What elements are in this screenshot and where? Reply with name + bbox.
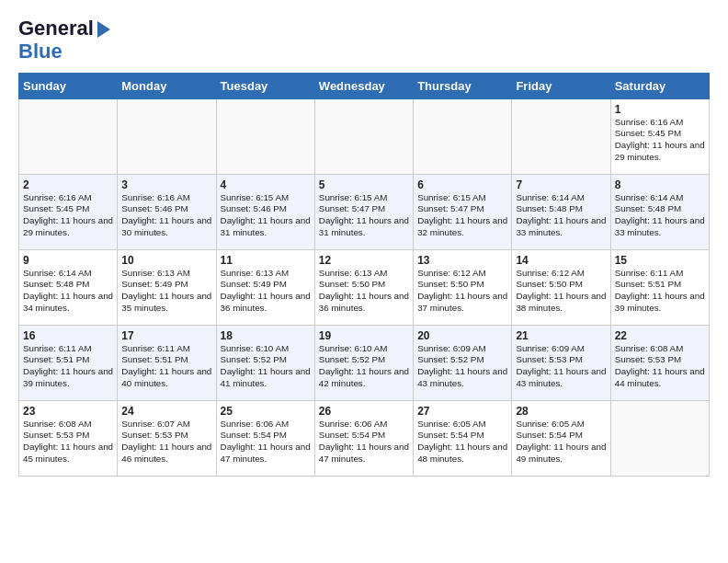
day-number: 10 [121,254,211,267]
cell-text: Sunset: 5:45 PM [23,203,113,215]
cell-text: Sunset: 5:53 PM [516,354,606,366]
cell-text: Sunrise: 6:13 AM [221,268,311,280]
cell-text: Daylight: 11 hours and 35 minutes. [121,291,211,314]
cell-text: Daylight: 11 hours and 47 minutes. [319,442,409,465]
day-number: 1 [615,103,705,116]
cell-text: Sunset: 5:49 PM [121,279,211,291]
calendar-cell: 7Sunrise: 6:14 AMSunset: 5:48 PMDaylight… [512,174,610,249]
day-header-wednesday: Wednesday [314,73,413,98]
cell-text: Sunset: 5:51 PM [121,354,211,366]
cell-text: Sunrise: 6:05 AM [417,419,507,431]
cell-text: Daylight: 11 hours and 45 minutes. [23,442,113,465]
day-number: 9 [23,254,113,267]
cell-text: Daylight: 11 hours and 31 minutes. [319,215,409,238]
calendar-cell [314,98,413,174]
cell-text: Sunset: 5:52 PM [319,354,409,366]
week-row: 1Sunrise: 6:16 AMSunset: 5:45 PMDaylight… [19,98,710,174]
day-number: 20 [417,329,507,342]
day-number: 5 [319,178,409,191]
calendar-cell: 12Sunrise: 6:13 AMSunset: 5:50 PMDayligh… [314,249,413,325]
cell-text: Daylight: 11 hours and 39 minutes. [23,366,113,389]
day-number: 26 [319,405,409,418]
cell-text: Daylight: 11 hours and 39 minutes. [615,291,705,314]
cell-text: Sunrise: 6:05 AM [516,419,606,431]
cell-text: Daylight: 11 hours and 32 minutes. [417,215,507,238]
cell-text: Sunrise: 6:10 AM [319,343,409,355]
cell-text: Sunset: 5:51 PM [615,279,705,291]
day-number: 2 [23,178,113,191]
cell-text: Daylight: 11 hours and 30 minutes. [121,215,211,238]
cell-text: Sunset: 5:45 PM [615,128,705,140]
cell-text: Daylight: 11 hours and 38 minutes. [516,291,606,314]
cell-text: Sunset: 5:50 PM [516,279,606,291]
cell-text: Sunrise: 6:11 AM [615,268,705,280]
calendar-cell: 2Sunrise: 6:16 AMSunset: 5:45 PMDaylight… [19,174,118,249]
calendar-cell: 15Sunrise: 6:11 AMSunset: 5:51 PMDayligh… [610,249,709,325]
calendar-cell: 4Sunrise: 6:15 AMSunset: 5:46 PMDaylight… [216,174,314,249]
calendar-cell: 11Sunrise: 6:13 AMSunset: 5:49 PMDayligh… [216,249,314,325]
day-number: 14 [516,254,606,267]
day-number: 21 [516,329,606,342]
cell-text: Sunset: 5:47 PM [319,203,409,215]
cell-text: Sunset: 5:53 PM [615,354,705,366]
cell-text: Daylight: 11 hours and 37 minutes. [417,291,507,314]
cell-text: Daylight: 11 hours and 46 minutes. [121,442,211,465]
calendar-cell: 10Sunrise: 6:13 AMSunset: 5:49 PMDayligh… [118,249,216,325]
cell-text: Daylight: 11 hours and 47 minutes. [221,442,311,465]
calendar-cell: 3Sunrise: 6:16 AMSunset: 5:46 PMDaylight… [118,174,216,249]
calendar-cell: 24Sunrise: 6:07 AMSunset: 5:53 PMDayligh… [118,400,216,476]
cell-text: Sunset: 5:46 PM [221,203,311,215]
day-number: 15 [615,254,705,267]
cell-text: Sunrise: 6:16 AM [615,117,705,129]
day-number: 7 [516,178,606,191]
cell-text: Daylight: 11 hours and 29 minutes. [23,215,113,238]
cell-text: Sunset: 5:50 PM [417,279,507,291]
day-number: 24 [121,405,211,418]
cell-text: Daylight: 11 hours and 29 minutes. [615,140,705,163]
cell-text: Sunrise: 6:07 AM [121,419,211,431]
cell-text: Sunrise: 6:09 AM [417,343,507,355]
logo-general: General [18,17,94,40]
calendar-cell: 19Sunrise: 6:10 AMSunset: 5:52 PMDayligh… [314,325,413,400]
cell-text: Sunrise: 6:15 AM [319,192,409,204]
calendar-cell: 28Sunrise: 6:05 AMSunset: 5:54 PMDayligh… [512,400,610,476]
cell-text: Sunset: 5:49 PM [221,279,311,291]
calendar-cell [610,400,709,476]
cell-text: Sunset: 5:48 PM [23,279,113,291]
calendar-table: SundayMondayTuesdayWednesdayThursdayFrid… [18,73,710,477]
calendar-cell: 9Sunrise: 6:14 AMSunset: 5:48 PMDaylight… [19,249,118,325]
cell-text: Sunrise: 6:16 AM [121,192,211,204]
cell-text: Daylight: 11 hours and 43 minutes. [417,366,507,389]
week-row: 2Sunrise: 6:16 AMSunset: 5:45 PMDaylight… [19,174,710,249]
calendar-cell: 6Sunrise: 6:15 AMSunset: 5:47 PMDaylight… [414,174,512,249]
logo-arrow-icon [97,21,110,38]
cell-text: Sunrise: 6:13 AM [319,268,409,280]
calendar-cell: 1Sunrise: 6:16 AMSunset: 5:45 PMDaylight… [610,98,709,174]
calendar-cell [118,98,216,174]
day-number: 8 [615,178,705,191]
cell-text: Sunrise: 6:10 AM [221,343,311,355]
cell-text: Daylight: 11 hours and 44 minutes. [615,366,705,389]
header-row: SundayMondayTuesdayWednesdayThursdayFrid… [19,73,710,98]
logo-blue: Blue [18,40,110,63]
page: General Blue SundayMondayTuesdayWednesda… [0,0,728,486]
calendar-cell: 16Sunrise: 6:11 AMSunset: 5:51 PMDayligh… [19,325,118,400]
week-row: 9Sunrise: 6:14 AMSunset: 5:48 PMDaylight… [19,249,710,325]
calendar-cell: 8Sunrise: 6:14 AMSunset: 5:48 PMDaylight… [610,174,709,249]
cell-text: Sunset: 5:53 PM [121,430,211,442]
week-row: 16Sunrise: 6:11 AMSunset: 5:51 PMDayligh… [19,325,710,400]
calendar-cell: 27Sunrise: 6:05 AMSunset: 5:54 PMDayligh… [414,400,512,476]
cell-text: Daylight: 11 hours and 36 minutes. [319,291,409,314]
cell-text: Daylight: 11 hours and 48 minutes. [417,442,507,465]
calendar-cell [414,98,512,174]
cell-text: Sunset: 5:54 PM [319,430,409,442]
calendar-cell [19,98,118,174]
cell-text: Daylight: 11 hours and 31 minutes. [221,215,311,238]
calendar-cell: 14Sunrise: 6:12 AMSunset: 5:50 PMDayligh… [512,249,610,325]
cell-text: Daylight: 11 hours and 41 minutes. [221,366,311,389]
cell-text: Sunrise: 6:11 AM [121,343,211,355]
cell-text: Daylight: 11 hours and 36 minutes. [221,291,311,314]
cell-text: Sunset: 5:54 PM [516,430,606,442]
day-number: 18 [221,329,311,342]
day-number: 4 [221,178,311,191]
